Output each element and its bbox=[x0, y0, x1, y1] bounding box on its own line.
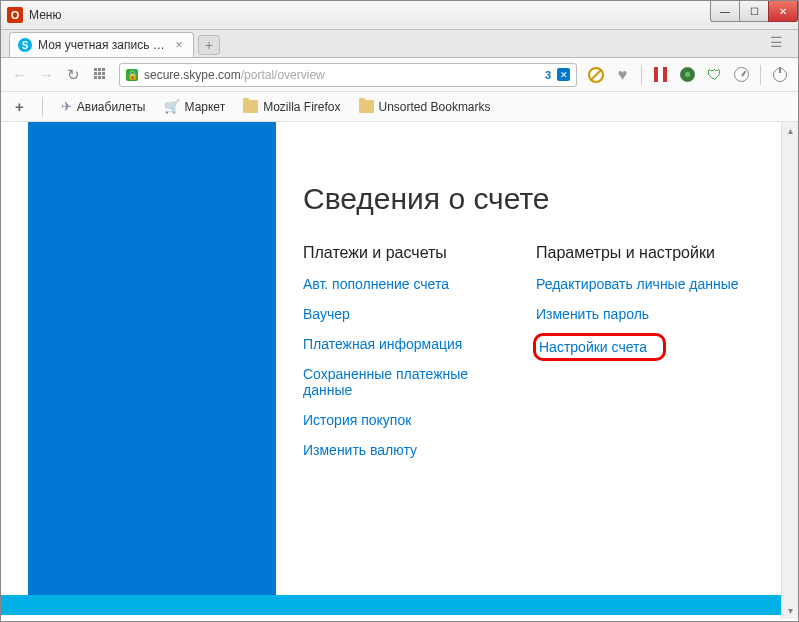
link-billing-info[interactable]: Платежная информация bbox=[303, 336, 508, 352]
reload-button[interactable]: ↻ bbox=[65, 66, 82, 83]
link-purchase-history[interactable]: История покупок bbox=[303, 412, 508, 428]
forward-button[interactable]: → bbox=[38, 66, 55, 83]
footer-strip bbox=[1, 595, 781, 615]
tab-strip: S Моя учетная запись Skyp × + bbox=[1, 30, 798, 58]
globe-icon[interactable] bbox=[679, 66, 696, 83]
tab-close-icon[interactable]: × bbox=[173, 39, 185, 51]
toolbar: ← → ↻ 🔒 secure.skype.com/portal/overview… bbox=[1, 58, 798, 92]
url-host: secure.skype.com bbox=[144, 68, 241, 82]
scroll-down-icon[interactable]: ▾ bbox=[782, 602, 798, 619]
close-button[interactable]: ✕ bbox=[768, 1, 798, 22]
bookmark-market[interactable]: 🛒 Маркет bbox=[164, 99, 226, 114]
lastpass-icon[interactable] bbox=[652, 66, 669, 83]
security-shield-icon[interactable]: 🛡 bbox=[706, 66, 723, 83]
link-auto-recharge[interactable]: Авт. пополнение счета bbox=[303, 276, 508, 292]
bookmark-mozilla[interactable]: Mozilla Firefox bbox=[243, 100, 340, 114]
menu-button[interactable]: Меню bbox=[29, 8, 61, 22]
lock-icon: 🔒 bbox=[126, 69, 138, 81]
bookmarks-bar: + ✈ Авиабилеты 🛒 Маркет Mozilla Firefox … bbox=[1, 92, 798, 122]
settings-column: Параметры и настройки Редактировать личн… bbox=[536, 244, 741, 472]
opera-logo-icon[interactable]: O bbox=[7, 7, 23, 23]
payments-column: Платежи и расчеты Авт. пополнение счета … bbox=[303, 244, 508, 472]
separator bbox=[42, 97, 43, 117]
link-change-currency[interactable]: Изменить валюту bbox=[303, 442, 508, 458]
bookmark-unsorted[interactable]: Unsorted Bookmarks bbox=[359, 100, 491, 114]
page-content: Сведения о счете Платежи и расчеты Авт. … bbox=[1, 122, 781, 619]
window-titlebar: O Меню — ☐ ✕ bbox=[1, 1, 798, 30]
link-stored-payment[interactable]: Сохраненные платежные данные bbox=[303, 366, 508, 398]
link-account-settings[interactable]: Настройки счета bbox=[539, 339, 647, 355]
bookmark-aviasales[interactable]: ✈ Авиабилеты bbox=[61, 99, 146, 114]
gauge-icon[interactable] bbox=[733, 66, 750, 83]
address-bar[interactable]: 🔒 secure.skype.com/portal/overview 3 ✕ bbox=[119, 63, 577, 87]
bookmark-label: Mozilla Firefox bbox=[263, 100, 340, 114]
bookmark-label: Unsorted Bookmarks bbox=[379, 100, 491, 114]
blocker-shield-icon[interactable]: ✕ bbox=[557, 68, 570, 81]
link-voucher[interactable]: Ваучер bbox=[303, 306, 508, 322]
bookmark-label: Маркет bbox=[185, 100, 226, 114]
new-tab-button[interactable]: + bbox=[198, 35, 220, 55]
plane-icon: ✈ bbox=[61, 99, 72, 114]
column-title: Платежи и расчеты bbox=[303, 244, 508, 262]
account-details: Сведения о счете Платежи и расчеты Авт. … bbox=[303, 182, 741, 472]
blocker-count: 3 bbox=[545, 69, 551, 81]
separator bbox=[641, 65, 642, 85]
separator bbox=[760, 65, 761, 85]
window-controls: — ☐ ✕ bbox=[711, 1, 798, 22]
scroll-up-icon[interactable]: ▴ bbox=[782, 122, 798, 139]
bookmark-heart-icon[interactable]: ♥ bbox=[614, 66, 631, 83]
bookmark-label: Авиабилеты bbox=[77, 100, 146, 114]
link-change-password[interactable]: Изменить пароль bbox=[536, 306, 741, 322]
folder-icon bbox=[243, 100, 258, 113]
extension-icons: ♥ 🛡 bbox=[587, 65, 788, 85]
page-viewport: Сведения о счете Платежи и расчеты Авт. … bbox=[1, 122, 798, 619]
folder-icon bbox=[359, 100, 374, 113]
highlight-annotation: Настройки счета bbox=[533, 333, 666, 361]
power-icon[interactable] bbox=[771, 66, 788, 83]
skype-sidebar bbox=[28, 122, 276, 595]
add-bookmark-button[interactable]: + bbox=[15, 98, 24, 115]
minimize-button[interactable]: — bbox=[710, 1, 740, 22]
back-button[interactable]: ← bbox=[11, 66, 28, 83]
adblock-icon[interactable] bbox=[587, 66, 604, 83]
skype-favicon-icon: S bbox=[18, 38, 32, 52]
browser-tab[interactable]: S Моя учетная запись Skyp × bbox=[9, 32, 194, 57]
url-path: /portal/overview bbox=[241, 68, 325, 82]
panel-toggle-icon[interactable]: ☰ bbox=[770, 34, 788, 48]
maximize-button[interactable]: ☐ bbox=[739, 1, 769, 22]
cart-icon: 🛒 bbox=[164, 99, 180, 114]
column-title: Параметры и настройки bbox=[536, 244, 741, 262]
page-title: Сведения о счете bbox=[303, 182, 741, 216]
link-edit-profile[interactable]: Редактировать личные данные bbox=[536, 276, 741, 292]
scrollbar[interactable]: ▴ ▾ bbox=[781, 122, 798, 619]
tab-title: Моя учетная запись Skyp bbox=[38, 38, 167, 52]
speed-dial-button[interactable] bbox=[92, 66, 109, 83]
